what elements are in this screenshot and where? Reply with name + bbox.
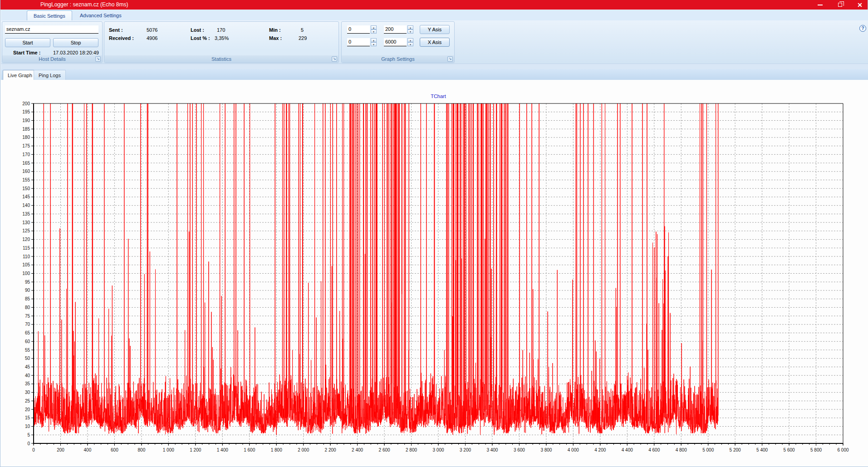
svg-text:135: 135 xyxy=(22,211,30,216)
svg-text:6 000: 6 000 xyxy=(837,447,848,452)
svg-text:195: 195 xyxy=(22,109,30,114)
svg-text:3 600: 3 600 xyxy=(514,447,525,452)
start-time-label: Start Time : xyxy=(13,50,40,55)
close-icon: ✕ xyxy=(857,1,863,9)
y-axis-button[interactable]: Y Asis xyxy=(420,25,450,34)
group-graph-settings: 0 ▲▼ 200 ▲▼ Y Asis 0 ▲▼ 6000 ▲▼ X Asis xyxy=(341,21,455,63)
svg-text:3 400: 3 400 xyxy=(486,447,498,452)
x-axis-button[interactable]: X Asis xyxy=(420,38,450,47)
graph-settings-footer: Graph Settings ↘ xyxy=(342,55,454,63)
stop-button[interactable]: Stop xyxy=(53,38,98,47)
svg-text:60: 60 xyxy=(25,339,30,344)
svg-text:10: 10 xyxy=(25,424,30,429)
start-button[interactable]: Start xyxy=(5,38,50,47)
svg-text:4 800: 4 800 xyxy=(676,447,687,452)
svg-text:125: 125 xyxy=(22,228,30,233)
spin-down-icon[interactable]: ▼ xyxy=(407,29,413,34)
spin-up-icon[interactable]: ▲ xyxy=(407,25,413,29)
ribbon-band: seznam.cz Start Stop Start Time : 17.03.… xyxy=(1,20,868,64)
svg-text:35: 35 xyxy=(25,381,30,386)
sent-label: Sent : xyxy=(109,27,123,33)
svg-text:2 600: 2 600 xyxy=(379,447,390,452)
x-max-spinner: 6000 ▲▼ xyxy=(384,38,413,46)
window-title: PingLogger : seznam.cz (Echo 8ms) xyxy=(40,1,128,8)
svg-text:200: 200 xyxy=(22,101,30,106)
host-details-footer: Host Details ↘ xyxy=(2,55,102,63)
x-max-input[interactable]: 6000 xyxy=(384,38,407,46)
svg-text:400: 400 xyxy=(84,447,92,452)
y-axis-button-label: Y Asis xyxy=(428,27,441,32)
help-icon[interactable]: ? xyxy=(859,25,866,32)
svg-text:190: 190 xyxy=(22,118,30,123)
host-input[interactable]: seznam.cz xyxy=(5,25,98,34)
svg-text:5 800: 5 800 xyxy=(810,447,822,452)
svg-text:65: 65 xyxy=(25,330,30,335)
svg-text:0: 0 xyxy=(27,441,30,446)
y-min-input[interactable]: 0 xyxy=(347,25,370,34)
sent-value: 5076 xyxy=(147,27,157,33)
svg-text:0: 0 xyxy=(32,447,35,452)
dialog-launcher-icon[interactable]: ↘ xyxy=(95,56,101,62)
svg-text:25: 25 xyxy=(25,398,30,403)
svg-text:5 000: 5 000 xyxy=(702,447,714,452)
minimize-icon xyxy=(818,5,823,5)
min-value: 5 xyxy=(301,27,304,33)
spin-up-icon[interactable]: ▲ xyxy=(371,38,377,42)
svg-text:4 000: 4 000 xyxy=(568,447,579,452)
live-graph-panel: 0510152025303540455055606570758085909510… xyxy=(1,80,868,467)
svg-text:2 800: 2 800 xyxy=(406,447,417,452)
dialog-launcher-icon[interactable]: ↘ xyxy=(447,56,453,62)
svg-text:120: 120 xyxy=(22,237,30,242)
svg-text:3 200: 3 200 xyxy=(460,447,471,452)
svg-text:5 400: 5 400 xyxy=(756,447,768,452)
svg-text:20: 20 xyxy=(25,407,30,412)
lost-label: Lost : xyxy=(191,27,204,33)
svg-text:30: 30 xyxy=(25,390,30,395)
y-max-input[interactable]: 200 xyxy=(384,25,407,34)
spin-down-icon[interactable]: ▼ xyxy=(407,42,413,46)
svg-text:165: 165 xyxy=(22,161,30,166)
spin-down-icon[interactable]: ▼ xyxy=(371,42,377,46)
tab-ping-logs[interactable]: Ping Logs xyxy=(34,70,66,80)
svg-text:15: 15 xyxy=(25,415,30,420)
group-host-details: seznam.cz Start Stop Start Time : 17.03.… xyxy=(2,21,103,63)
close-button[interactable]: ✕ xyxy=(855,1,865,9)
lost-pct-value: 3,35% xyxy=(215,35,229,41)
restore-button[interactable] xyxy=(835,1,845,9)
tab-ping-logs-label: Ping Logs xyxy=(39,73,61,78)
tab-live-graph[interactable]: Live Graph xyxy=(3,70,37,80)
svg-text:140: 140 xyxy=(22,203,30,208)
svg-text:600: 600 xyxy=(111,447,118,452)
tab-advanced-settings[interactable]: Advanced Settings xyxy=(74,10,128,20)
dialog-launcher-icon[interactable]: ↘ xyxy=(332,56,337,62)
minimize-button[interactable] xyxy=(815,1,825,9)
svg-text:115: 115 xyxy=(23,246,30,251)
x-min-input[interactable]: 0 xyxy=(347,38,370,46)
svg-text:155: 155 xyxy=(22,177,30,182)
svg-text:5 200: 5 200 xyxy=(730,447,741,452)
svg-text:3 800: 3 800 xyxy=(540,447,552,452)
svg-text:95: 95 xyxy=(25,280,30,285)
x-min-spinner: 0 ▲▼ xyxy=(347,38,377,46)
svg-text:110: 110 xyxy=(23,254,30,259)
svg-text:45: 45 xyxy=(25,364,30,369)
lost-pct-label: Lost % : xyxy=(191,35,210,41)
svg-text:4 400: 4 400 xyxy=(622,447,633,452)
svg-text:185: 185 xyxy=(22,127,30,132)
svg-text:150: 150 xyxy=(22,186,30,191)
spin-up-icon[interactable]: ▲ xyxy=(407,38,413,42)
received-label: Received : xyxy=(109,35,134,41)
y-min-spinner: 0 ▲▼ xyxy=(347,25,377,34)
svg-text:180: 180 xyxy=(22,135,30,140)
view-tabstrip: Live Graph Ping Logs xyxy=(1,69,868,80)
svg-text:200: 200 xyxy=(57,447,64,452)
svg-text:5 600: 5 600 xyxy=(784,447,795,452)
tab-basic-settings[interactable]: Basic Settings xyxy=(27,10,72,20)
spin-down-icon[interactable]: ▼ xyxy=(371,29,377,34)
tab-basic-settings-label: Basic Settings xyxy=(34,13,65,19)
svg-text:TChart: TChart xyxy=(431,93,446,99)
min-label: Min : xyxy=(269,27,281,33)
spin-up-icon[interactable]: ▲ xyxy=(371,25,377,29)
ping-chart[interactable]: 0510152025303540455055606570758085909510… xyxy=(1,80,868,467)
host-details-group-label: Host Details xyxy=(39,56,65,62)
